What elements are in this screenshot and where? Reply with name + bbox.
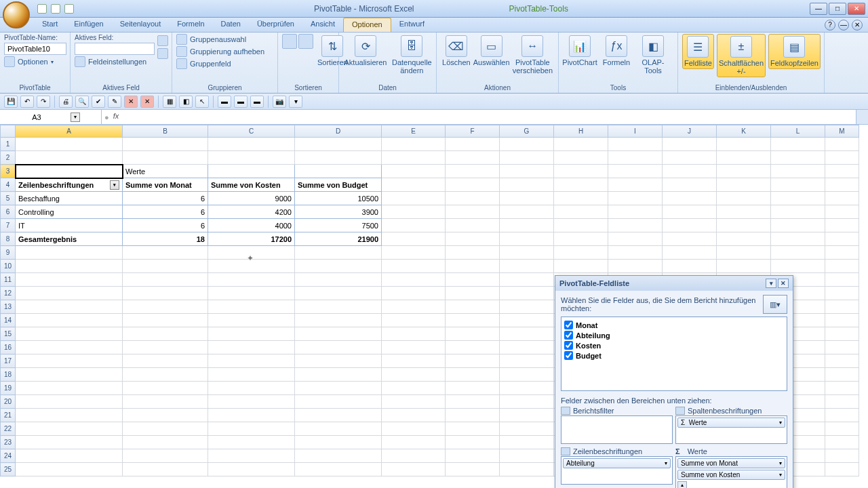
cell-C1[interactable] [208,138,295,151]
row-header-17[interactable]: 17 [1,354,16,368]
qat-save-icon[interactable] [37,4,47,14]
cell-K5[interactable] [717,192,771,205]
cell-K2[interactable] [717,151,771,165]
cell-C6[interactable]: 4200 [208,205,295,219]
cell-M19[interactable] [825,382,859,395]
cell-C15[interactable] [208,327,295,341]
cell-F10[interactable] [446,260,500,273]
col-header-L[interactable]: L [771,125,825,138]
cell-C16[interactable] [208,341,295,354]
cell-A11[interactable] [16,273,123,287]
cell-M1[interactable] [825,138,859,151]
cell-F19[interactable] [446,382,500,395]
tab-insert[interactable]: Einfügen [66,18,111,32]
expand-icon[interactable] [157,35,168,46]
row-header-14[interactable]: 14 [1,314,16,327]
cell-B21[interactable] [123,409,208,422]
row-header-21[interactable]: 21 [1,409,16,422]
qat-camera-icon[interactable]: 📷 [273,96,286,108]
col-header-F[interactable]: F [446,125,500,138]
tab-start[interactable]: Start [34,18,66,32]
cell-H3[interactable] [554,165,608,178]
name-box-dropdown[interactable]: ▾ [71,113,80,122]
cell-I8[interactable] [608,232,663,246]
cell-A2[interactable] [16,151,123,165]
help-icon[interactable]: ? [825,20,835,30]
row-header-4[interactable]: 4 [1,178,16,192]
cell-B22[interactable] [123,422,208,436]
cell-A7[interactable]: IT [16,219,123,232]
qat-undo-icon[interactable] [51,4,60,14]
cell-M3[interactable] [825,165,859,178]
cell-G21[interactable] [500,409,554,422]
cell-E5[interactable] [382,192,446,205]
cell-C13[interactable] [208,300,295,314]
cell-J2[interactable] [663,151,717,165]
cell-J8[interactable] [663,232,717,246]
cell-L2[interactable] [771,151,825,165]
row-header-2[interactable]: 2 [1,151,16,165]
cell-A6[interactable]: Controlling [16,205,123,219]
cell-A4[interactable]: Zeilenbeschriftungen▾ [16,178,123,192]
cell-J6[interactable] [663,205,717,219]
qat-research-icon[interactable]: ✎ [108,96,121,108]
cell-I2[interactable] [608,151,663,165]
qat-highlighter-icon[interactable]: ▬ [218,96,231,108]
cell-L8[interactable] [771,232,825,246]
cell-F17[interactable] [446,354,500,368]
cell-D18[interactable] [295,368,382,382]
cell-J7[interactable] [663,219,717,232]
cell-D19[interactable] [295,382,382,395]
fieldlist-close-icon[interactable]: ✕ [778,279,789,288]
row-header-3[interactable]: 3 [1,165,16,178]
qat-print-icon[interactable]: 🖨 [59,96,73,108]
cell-G6[interactable] [500,205,554,219]
val-pill[interactable]: Summe von Monat▾ [677,458,785,468]
cell-K10[interactable] [717,260,771,273]
cell-D1[interactable] [295,138,382,151]
cell-M4[interactable] [825,178,859,192]
cell-M11[interactable] [825,273,859,287]
fx-icon[interactable]: fx [113,112,125,123]
cell-B7[interactable]: 6 [123,219,208,232]
cell-B8[interactable]: 18 [123,232,208,246]
office-button[interactable] [3,1,30,28]
tab-formulas[interactable]: Formeln [169,18,212,32]
cell-B13[interactable] [123,300,208,314]
cell-G18[interactable] [500,368,554,382]
field-monat[interactable]: Monat [564,320,784,330]
qat-preview-icon[interactable]: 🔍 [75,96,89,108]
cell-D24[interactable] [295,449,382,463]
cell-C18[interactable] [208,368,295,382]
cell-E19[interactable] [382,382,446,395]
cell-M15[interactable] [825,327,859,341]
fieldlist-layout-button[interactable]: ▥▾ [763,295,787,314]
cell-F12[interactable] [446,287,500,300]
qat-cursor-icon[interactable]: ↖ [195,96,209,108]
cell-F7[interactable] [446,219,500,232]
cell-E21[interactable] [382,409,446,422]
cell-C11[interactable] [208,273,295,287]
cell-E18[interactable] [382,368,446,382]
cell-F23[interactable] [446,436,500,449]
cell-K7[interactable] [717,219,771,232]
cell-C7[interactable]: 4000 [208,219,295,232]
cell-M18[interactable] [825,368,859,382]
cell-F3[interactable] [446,165,500,178]
cell-A1[interactable] [16,138,123,151]
cell-D22[interactable] [295,422,382,436]
cell-G19[interactable] [500,382,554,395]
col-pill-werte[interactable]: Σ Werte▾ [677,418,785,428]
cell-D6[interactable]: 3900 [295,205,382,219]
cell-K3[interactable] [717,165,771,178]
col-header-H[interactable]: H [554,125,608,138]
cell-L5[interactable] [771,192,825,205]
cell-B23[interactable] [123,436,208,449]
cell-B5[interactable]: 6 [123,192,208,205]
row-header-11[interactable]: 11 [1,273,16,287]
formula-expand-icon[interactable] [856,110,868,124]
cell-M17[interactable] [825,354,859,368]
cell-A12[interactable] [16,287,123,300]
cell-G10[interactable] [500,260,554,273]
pt-formulas-button[interactable]: ƒxFormeln [599,34,633,68]
